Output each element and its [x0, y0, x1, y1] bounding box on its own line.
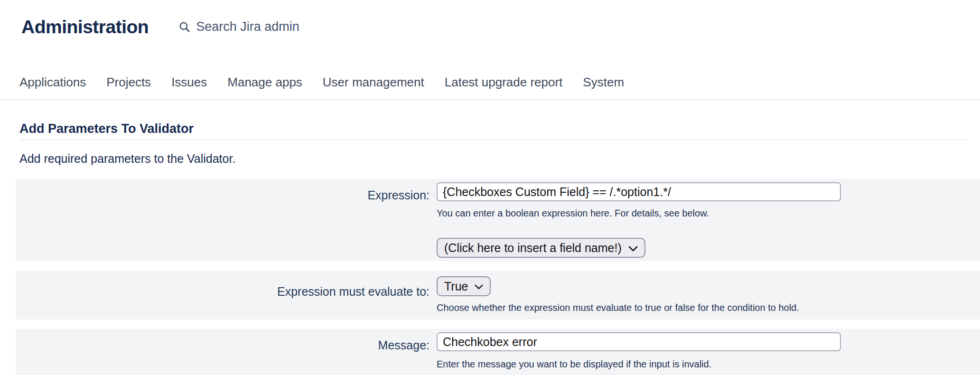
- field-name-select-value: (Click here to insert a field name!): [444, 241, 622, 255]
- nav-item-user-management[interactable]: User management: [323, 75, 424, 90]
- nav-item-latest-upgrade-report[interactable]: Latest upgrade report: [445, 75, 563, 90]
- form-row-evaluate: Expression must evaluate to: True Choose…: [16, 271, 980, 319]
- search-icon: [178, 20, 191, 33]
- evaluate-help-text: Choose whether the expression must evalu…: [437, 302, 980, 313]
- nav-item-manage-apps[interactable]: Manage apps: [227, 75, 302, 90]
- evaluate-to-select[interactable]: True: [437, 276, 491, 296]
- jira-admin-page: Administration Search Jira admin Applica…: [0, 0, 980, 375]
- page-description: Add required parameters to the Validator…: [19, 151, 980, 166]
- nav-item-system[interactable]: System: [583, 75, 624, 90]
- message-input[interactable]: [437, 332, 841, 351]
- evaluate-label: Expression must evaluate to:: [16, 276, 429, 313]
- admin-header: Administration Search Jira admin: [0, 0, 980, 38]
- expression-help-text: You can enter a boolean expression here.…: [437, 207, 980, 219]
- form-row-expression: Expression: You can enter a boolean expr…: [16, 179, 980, 261]
- field-name-select[interactable]: (Click here to insert a field name!): [437, 238, 645, 258]
- expression-label: Expression:: [16, 182, 429, 258]
- message-help-text: Enter the message you want to be display…: [437, 358, 980, 370]
- nav-item-applications[interactable]: Applications: [19, 75, 86, 90]
- admin-title: Administration: [21, 15, 149, 38]
- chevron-down-icon: [475, 284, 483, 290]
- validator-form: Expression: You can enter a boolean expr…: [0, 179, 980, 375]
- search-placeholder: Search Jira admin: [196, 19, 299, 34]
- expression-input[interactable]: [437, 182, 841, 201]
- chevron-down-icon: [628, 246, 638, 252]
- message-label: Message:: [16, 332, 429, 370]
- form-row-message: Message: Enter the message you want to b…: [16, 329, 980, 375]
- page-title: Add Parameters To Validator: [19, 121, 968, 140]
- nav-item-projects[interactable]: Projects: [106, 75, 151, 90]
- admin-nav: Applications Projects Issues Manage apps…: [0, 75, 980, 100]
- jira-admin-search[interactable]: Search Jira admin: [178, 19, 299, 34]
- main-content: Add Parameters To Validator Add required…: [0, 121, 980, 375]
- nav-item-issues[interactable]: Issues: [171, 75, 207, 90]
- evaluate-to-select-value: True: [444, 280, 468, 293]
